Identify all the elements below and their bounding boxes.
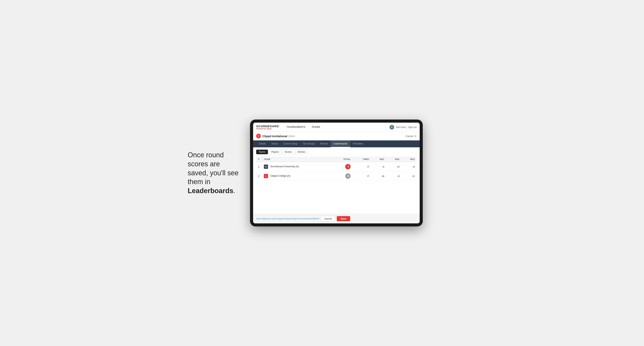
tab-tee-groups[interactable]: Tee Groups [300,141,318,147]
sub-nav: Details Teams Course Setup Tee Groups Re… [253,141,420,147]
nav-right: S Test User | Sign out [390,125,416,130]
nav-teams[interactable]: TEAMS [308,123,323,132]
row2-team: C Clippd College [A] [262,172,332,181]
row1-thru: F [352,162,371,172]
spacer-area [253,183,420,214]
tablet-screen: SCOREBOARD Powered by clippd TOURNAMENTS… [253,123,420,223]
page-wrapper: Once round scores are saved, you'll see … [188,120,456,226]
filter-players-btn[interactable]: Players [269,150,281,154]
nav-tournaments[interactable]: TOURNAMENTS [284,123,308,132]
row1-score-badge: -5 [345,164,350,169]
footer-actions: Cancel Save [321,216,350,221]
row1-rd2: +5 [386,162,401,172]
tab-leaderboards[interactable]: Leaderboards [331,141,350,147]
col-rank: # [256,157,262,162]
col-thru: THRU [352,157,371,162]
row1-rd1: -4 [371,162,386,172]
tablet-frame: SCOREBOARD Powered by clippd TOURNAMENTS… [250,120,423,226]
filter-scores-btn[interactable]: Scores [282,150,294,154]
tab-course-setup[interactable]: Course Setup [281,141,300,147]
tournament-header: C Clippd Invitational (Men) Cancel ✕ [253,132,420,141]
row2-rd2: -8 [386,172,401,181]
footer-url: https://stage-blue-coach.stagescoreboard… [256,218,319,220]
row1-rank: 1 [256,162,262,172]
row2-rd1: +8 [371,172,386,181]
sidebar-line1: Once round [188,151,224,159]
sidebar-period: . [233,187,235,195]
tab-details[interactable]: Details [256,141,269,147]
table-row: 1 SU Scoreboard University [A] -5 F -4 +… [256,162,416,172]
bottom-section: https://stage-blue-coach.stagescoreboard… [253,183,420,223]
footer-cancel-btn[interactable]: Cancel [321,216,335,221]
tournament-cancel-btn[interactable]: Cancel ✕ [406,135,416,138]
tournament-gender: (Men) [288,135,295,138]
footer-bar: https://stage-blue-coach.stagescoreboard… [253,214,420,223]
row2-team-logo: C [264,174,268,178]
logo-title: SCOREBOARD [256,125,279,128]
row2-total: +3 [332,172,352,181]
tab-results[interactable]: Results [318,141,331,147]
row1-team: SU Scoreboard University [A] [262,162,332,172]
row2-team-name: Clippd College [A] [270,174,290,177]
sidebar-line4: them in [188,178,210,186]
sign-out-link[interactable]: Sign out [408,126,416,129]
row1-total: -5 [332,162,352,172]
filter-strokes-btn[interactable]: Strokes [295,150,308,154]
user-avatar: S [390,125,394,130]
row1-rd3: -6 [402,162,416,172]
tournament-icon: C [256,134,261,138]
logo-area: SCOREBOARD Powered by clippd [256,125,279,130]
nav-links: TOURNAMENTS TEAMS [284,123,323,132]
close-icon: ✕ [414,135,416,138]
sidebar-line3: saved, you'll see [188,169,238,177]
sidebar-bold: Leaderboards [188,187,233,195]
user-name: Test User | [396,126,407,129]
table-row: 2 C Clippd College [A] +3 F +8 -8 +3 [256,172,416,181]
row2-score-badge: +3 [345,173,350,179]
sidebar-line2: scores are [188,160,220,168]
tab-printables[interactable]: Printables [350,141,366,147]
leaderboard-table: # TEAM TOTAL THRU RD1 RD2 RD3 1 [256,157,416,181]
row2-rank: 2 [256,172,262,181]
col-total: TOTAL [332,157,352,162]
tournament-name: Clippd Invitational [262,135,287,138]
logo-sub: Powered by clippd [256,128,279,130]
col-rd1: RD1 [371,157,386,162]
logo-sub-brand: clippd [266,128,272,130]
col-team: TEAM [262,157,332,162]
sidebar-text: Once round scores are saved, you'll see … [188,151,238,195]
footer-save-btn[interactable]: Save [337,216,350,221]
filter-teams-btn[interactable]: Teams [256,150,268,154]
filter-row: Teams Players Scores Strokes [256,150,416,154]
row1-team-name: Scoreboard University [A] [270,165,298,168]
row2-rd3: +3 [402,172,416,181]
col-rd2: RD2 [386,157,401,162]
tab-teams[interactable]: Teams [269,141,281,147]
content-area: Teams Players Scores Strokes # TEAM TOTA… [253,147,420,183]
col-rd3: RD3 [402,157,416,162]
row1-team-logo: SU [264,165,268,169]
row2-thru: F [352,172,371,181]
top-nav: SCOREBOARD Powered by clippd TOURNAMENTS… [253,123,420,132]
table-header-row: # TEAM TOTAL THRU RD1 RD2 RD3 [256,157,416,162]
logo-sub-prefix: Powered by [256,128,266,130]
